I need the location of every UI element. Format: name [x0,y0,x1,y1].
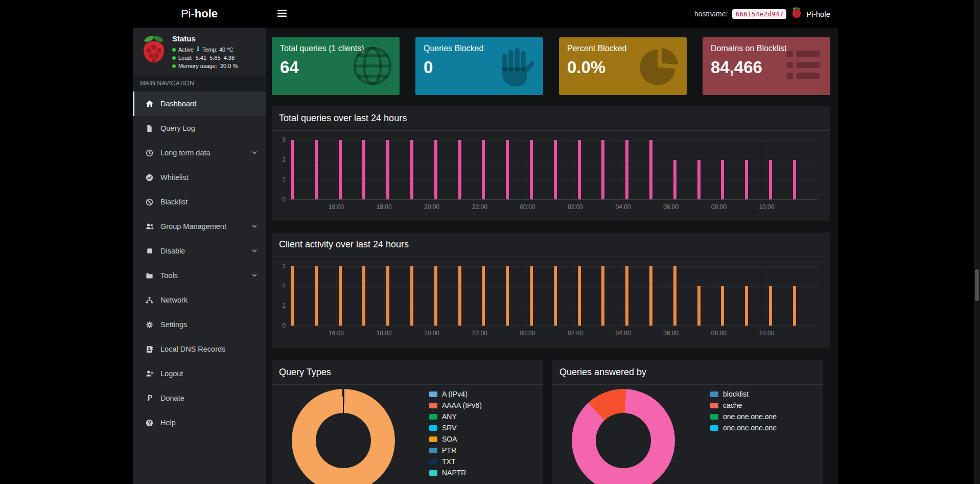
chart-bar[interactable] [386,266,389,326]
legend-item-soa[interactable]: SOA [429,435,482,443]
sidebar-item-label: Donate [160,394,184,402]
legend-item-srv[interactable]: SRV [429,424,482,432]
y-axis-tick-label: 2 [274,156,286,164]
x-axis-tick-label: 22:00 [472,203,487,211]
legend-item-any[interactable]: ANY [429,412,482,421]
chart-bar[interactable] [458,140,461,199]
sidebar-item-logout[interactable]: Logout [133,361,266,386]
chart-bar[interactable] [649,140,652,199]
chart-bar[interactable] [554,140,557,199]
legend-item-a-ipv4[interactable]: A (IPv4) [429,390,482,398]
sidebar-item-whitelist[interactable]: Whitelist [133,165,266,190]
chart-bar[interactable] [410,266,413,326]
chart-bar[interactable] [673,160,676,199]
x-axis-tick-label: 10:00 [759,330,774,337]
chart-bar[interactable] [410,140,413,199]
queries-answered-by-donut-chart[interactable] [572,389,675,484]
gridline [289,199,818,200]
sidebar-item-help[interactable]: Help [133,410,266,435]
client-activity-chart[interactable]: 012316:0018:0020:0022:0000:0002:0004:000… [289,266,818,326]
menu-toggle-button[interactable] [271,0,293,28]
y-axis-tick-label: 1 [274,176,286,183]
legend-item-one-one-one-one[interactable]: one.one.one.one [710,412,777,421]
chart-bar[interactable] [458,266,461,326]
sidebar-item-disable[interactable]: Disable [133,239,266,263]
chart-bar[interactable] [697,286,701,326]
chart-bar[interactable] [673,266,676,326]
navbar-brand-right[interactable]: Pi-hole [791,7,830,21]
chart-bar[interactable] [745,286,748,326]
chart-bar[interactable] [649,266,652,326]
chart-bar[interactable] [386,140,389,199]
sidebar-item-query-log[interactable]: Query Log [133,116,266,141]
legend-item-aaaa-ipv6[interactable]: AAAA (IPv6) [429,401,482,409]
panel-title: Total queries over last 24 hours [272,106,830,131]
gridline [289,266,818,267]
sidebar-item-tools[interactable]: Tools [133,263,266,288]
sidebar-item-network[interactable]: Network [133,288,266,312]
chart-bar[interactable] [315,140,318,199]
legend-swatch [429,436,437,442]
sidebar-item-long-term-data[interactable]: Long term data [133,141,266,165]
chart-bar[interactable] [362,140,365,199]
chart-bar[interactable] [315,266,318,326]
sidebar-item-label: Long term data [160,149,211,157]
chart-bar[interactable] [769,286,772,326]
chart-bar[interactable] [769,160,772,199]
chart-bar[interactable] [506,140,509,199]
chart-bar[interactable] [554,266,557,326]
legend-item-ptr[interactable]: PTR [429,446,482,454]
chart-bar[interactable] [530,266,533,326]
summary-cards-row: Total queries (1 clients)64Queries Block… [272,37,830,95]
chart-bar[interactable] [434,266,437,326]
chart-bar[interactable] [721,160,724,199]
legend-item-one-one-one-one[interactable]: one.one.one.one [710,424,777,432]
chevron-down-icon [251,248,258,254]
legend-item-blocklist[interactable]: blocklist [710,390,777,398]
chart-bar[interactable] [482,266,485,326]
chart-bar[interactable] [793,160,796,199]
chart-bar[interactable] [339,140,342,199]
chart-bar[interactable] [721,286,724,326]
legend-item-naptr[interactable]: NAPTR [429,469,482,477]
sidebar: Status Active Temp: 40 °C Load: 5.41 5.6… [133,28,266,484]
chart-bar[interactable] [434,140,437,199]
donut-hole [596,413,651,468]
sidebar-item-blacklist[interactable]: Blacklist [133,190,266,214]
chart-bar[interactable] [793,286,796,326]
sidebar-item-label: Help [160,419,176,427]
chart-bar[interactable] [578,266,581,326]
chart-bar[interactable] [697,160,701,199]
chart-bar[interactable] [601,266,604,326]
x-axis-tick-label: 04:00 [616,203,631,211]
brand-logo[interactable]: Pi-hole [133,0,266,28]
sidebar-item-label: Group Management [160,222,226,231]
sidebar-item-local-dns-records[interactable]: Local DNS Records [133,337,266,361]
chart-bar[interactable] [530,140,533,199]
chart-bar[interactable] [625,266,628,326]
queries-answered-by-legend: blocklistcacheone.one.one.oneone.one.one… [710,390,777,435]
sidebar-item-group-management[interactable]: Group Management [133,214,266,239]
chart-bar[interactable] [291,266,294,326]
chart-bar[interactable] [362,266,365,326]
sidebar-item-donate[interactable]: Donate [133,386,266,410]
legend-swatch [710,414,718,420]
chart-bar[interactable] [601,140,604,199]
gridline [289,160,818,160]
total-queries-chart[interactable]: 012316:0018:0020:0022:0000:0002:0004:000… [289,140,818,199]
sidebar-item-settings[interactable]: Settings [133,312,266,337]
legend-item-cache[interactable]: cache [710,401,777,409]
y-axis-tick-label: 1 [274,302,286,309]
sidebar-item-dashboard[interactable]: Dashboard [133,91,266,116]
chart-bar[interactable] [339,266,342,326]
chart-bar[interactable] [482,140,485,199]
chart-bar[interactable] [745,160,748,199]
chart-bar[interactable] [506,266,509,326]
chart-bar[interactable] [578,140,581,199]
chart-bar[interactable] [625,140,628,199]
query-types-donut-chart[interactable] [292,389,395,484]
legend-item-txt[interactable]: TXT [429,457,482,466]
chart-bar[interactable] [291,140,294,199]
legend-label: SOA [442,435,457,443]
scrollbar-thumb[interactable] [975,269,979,301]
